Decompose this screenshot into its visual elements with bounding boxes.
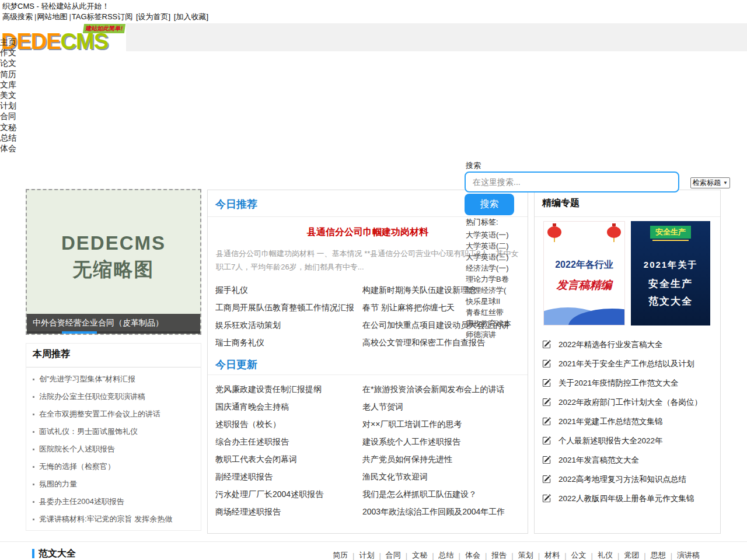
footer-link[interactable]: 文秘 [412, 550, 427, 560]
article-link[interactable]: 党风廉政建设责任制汇报提纲 [215, 383, 362, 400]
slider-indicator[interactable] [62, 331, 97, 334]
update-link-grid: 党风廉政建设责任制汇报提纲 在*旅游投资洽谈会新闻发布会上的讲话 国庆通宵晚会主… [215, 383, 523, 523]
topic-link[interactable]: 2021年党建工作总结范文集锦 [558, 416, 663, 427]
today-update-title: 今日更新 [215, 358, 257, 372]
topic-link[interactable]: 2021年发言稿范文大全 [558, 455, 639, 466]
footer-link[interactable]: 报告 [491, 550, 507, 560]
nav-item-plan[interactable]: 计划 [0, 100, 16, 111]
article-link[interactable]: 氛围的力量 [39, 479, 77, 489]
separator: | [379, 551, 381, 560]
list-item: 2021年发言稿范文大全 [542, 450, 714, 470]
article-link[interactable]: 县委办主任2004述职报告 [39, 496, 124, 507]
footer-link[interactable]: 党团 [624, 550, 639, 560]
top-link-add-favorite[interactable]: [加入收藏] [174, 12, 208, 22]
nav-item-reflection[interactable]: 体会 [0, 143, 16, 153]
hot-tag[interactable]: 青春红丝带 [466, 307, 511, 318]
article-link[interactable]: 党课讲稿材料:牢记党的宗旨 发挥余热做 [39, 514, 172, 524]
article-link[interactable]: 握手礼仪 [215, 284, 362, 301]
footer-link[interactable]: 演讲稿 [677, 550, 700, 560]
nav-item-essay[interactable]: 作文 [0, 47, 16, 58]
footer-link[interactable]: 合同 [386, 550, 401, 560]
topic-link[interactable]: 个人最新述职报告大全2022年 [558, 436, 663, 446]
article-link[interactable]: 医院院长个人述职报告 [39, 444, 115, 454]
article-link[interactable]: 无悔的选择（检察官） [39, 461, 115, 472]
article-link[interactable]: 污水处理厂厂长2004述职报告 [215, 488, 362, 505]
nav-item-thesis[interactable]: 论文 [0, 58, 16, 68]
chevron-down-icon: ▼ [723, 180, 728, 186]
site-logo[interactable]: DEDECMS 建站如此简单! [0, 23, 126, 51]
hot-tag[interactable]: 经济法学(一) [466, 262, 511, 274]
article-link[interactable]: 商场经理述职报告 [215, 505, 362, 523]
search-button[interactable]: 搜索 [465, 194, 514, 215]
today-recommend-title: 今日推荐 [215, 197, 257, 211]
footer-link[interactable]: 材料 [544, 550, 560, 560]
nav-item-secretary[interactable]: 文秘 [0, 122, 16, 132]
hot-tag[interactable]: 大学英语(三) [466, 251, 511, 262]
article-link[interactable]: 面试礼仪：男士面试服饰礼仪 [39, 426, 138, 437]
article-link[interactable]: 共产党员如何保持先进性 [362, 453, 523, 470]
footer-link[interactable]: 体会 [465, 550, 480, 560]
hot-tag[interactable]: 大学英语(一) [466, 229, 511, 240]
top-link-set-home[interactable]: [设为首页] [136, 12, 170, 22]
article-link[interactable]: 在*旅游投资洽谈会新闻发布会上的讲话 [362, 383, 523, 400]
topic-link[interactable]: 2021年关于安全生产工作总结以及计划 [558, 359, 694, 369]
topic-link[interactable]: 2022年政府部门工作计划大全（各岗位） [558, 397, 702, 408]
topic-card-2022-speech[interactable]: 2022年各行业 发言稿精编 [543, 221, 625, 326]
footer-link[interactable]: 简历 [333, 550, 348, 560]
top-link-tag-rss[interactable]: TAG标签RSS订阅 [72, 12, 133, 22]
search-type-select[interactable]: 检索标题 ▼ [690, 177, 730, 188]
hot-tag[interactable]: 大学英语(二) [466, 240, 511, 251]
article-link[interactable]: 2003年政法综治工作回顾及2004年工作 [362, 505, 523, 523]
hot-tag[interactable]: 快乐星球II [466, 296, 511, 307]
featured-slide[interactable]: DEDECMS 无缩略图 中外合资经营企业合同（皮革制品） [26, 189, 201, 335]
footer-link[interactable]: 计划 [359, 550, 374, 560]
footer-link[interactable]: 总结 [439, 550, 454, 560]
hot-tag[interactable]: 管理经济学( [466, 285, 511, 296]
article-link[interactable]: 副经理述职报告 [215, 470, 362, 488]
article-link[interactable]: 建设系统个人工作述职报告 [362, 435, 523, 453]
hot-tag[interactable]: 廉政教育读本 [466, 318, 511, 329]
topic-card-2021-safety[interactable]: 安全生产 2021年关于 安全生产 范文大全 [631, 221, 710, 326]
footer-link[interactable]: 礼仪 [598, 550, 613, 560]
slide-caption[interactable]: 中外合资经营企业合同（皮革制品） [27, 314, 200, 331]
footer-bar: 范文大全 简历| 计划| 合同| 文秘| 总结| 体会| 报告| 策划| 材料|… [0, 541, 747, 560]
article-link[interactable]: 对××厂职工培训工作的思考 [362, 418, 523, 435]
top-link-advanced-search[interactable]: 高级搜索 [2, 12, 33, 22]
list-item: 医院院长个人述职报告 [33, 440, 197, 458]
footer-link[interactable]: 思想 [651, 550, 666, 560]
weekly-recommend-panel: 本周推荐 创"先进学习型集体"材料汇报 法院办公室主任职位竞职演讲稿 在全市双拥… [26, 343, 201, 531]
article-link[interactable]: 工商局开展队伍教育整顿工作情况汇报 [215, 301, 362, 318]
topic-link[interactable]: 2022年精选各行业发言稿大全 [558, 340, 663, 350]
bullet-icon [33, 414, 34, 415]
nav-item-contract[interactable]: 合同 [0, 111, 16, 121]
article-link[interactable]: 教职工代表大会闭幕词 [215, 453, 362, 470]
topic-link[interactable]: 2022人教版四年级上册各单元作文集锦 [558, 494, 694, 504]
article-link[interactable]: 娱乐狂欢活动策划 [215, 318, 362, 336]
article-link[interactable]: 瑞士商务礼仪 [215, 336, 362, 354]
hot-tag[interactable]: 师德演讲 [466, 329, 511, 340]
footer-link[interactable]: 公文 [571, 550, 587, 560]
article-link[interactable]: 创"先进学习型集体"材料汇报 [39, 374, 135, 384]
nav-item-resume[interactable]: 简历 [0, 69, 16, 79]
article-link[interactable]: 渔民文化节欢迎词 [362, 470, 523, 488]
article-link[interactable]: 法院办公室主任职位竞职演讲稿 [39, 391, 145, 402]
nav-item-home[interactable]: 主页 [0, 37, 16, 47]
article-link[interactable]: 在全市双拥整安置工作会议上的讲话 [39, 409, 160, 419]
footer-link[interactable]: 策划 [518, 550, 533, 560]
top-link-sitemap[interactable]: 网站地图 [37, 12, 67, 22]
hot-tag[interactable]: 理论力学B卷 [466, 274, 511, 285]
article-link[interactable]: 国庆通宵晚会主持稿 [215, 400, 362, 418]
article-link[interactable]: 综合办主任述职报告 [215, 435, 362, 453]
article-link[interactable]: 我们是怎么样抓职工队伍建设？ [362, 488, 523, 505]
list-item: 2022年精选各行业发言稿大全 [542, 335, 714, 354]
nav-item-library[interactable]: 文库 [0, 79, 16, 90]
edit-icon [542, 494, 551, 503]
article-link[interactable]: 老人节贺词 [362, 400, 523, 418]
nav-item-prose[interactable]: 美文 [0, 90, 16, 100]
search-input[interactable] [465, 172, 679, 192]
topic-link[interactable]: 2022高考地理复习方法和知识点总结 [558, 474, 686, 485]
topic-link[interactable]: 关于2021年疫情防控工作范文大全 [558, 378, 679, 388]
article-link[interactable]: 述职报告（校长） [215, 418, 362, 435]
card-text: 发言稿精编 [544, 278, 624, 293]
nav-item-summary[interactable]: 总结 [0, 132, 16, 143]
